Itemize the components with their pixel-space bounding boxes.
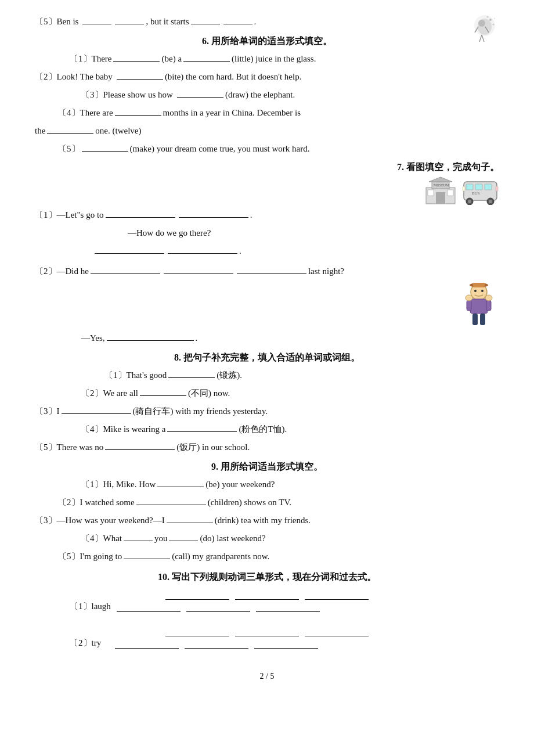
blank-field[interactable] (168, 368, 215, 378)
column-header-blank (165, 589, 229, 600)
section9-item5: 〔5〕I'm going to (call) my grandparents n… (35, 549, 499, 564)
section7-item1-blanks: . (35, 243, 499, 259)
table-header-row2 (35, 626, 499, 636)
blank-field[interactable] (256, 602, 320, 612)
section9-item4: 〔4〕What you (do) last weekend? (35, 531, 499, 546)
section8-item2: 〔2〕We are all (不同) now. (35, 386, 499, 401)
blank-field[interactable] (62, 404, 131, 414)
bus-icon: BUS (461, 176, 499, 205)
svg-rect-21 (485, 184, 492, 190)
end-text: . (254, 14, 257, 30)
decoration-icon (453, 14, 499, 60)
section10-item1: 〔1〕laugh (35, 601, 499, 612)
blank-field[interactable] (117, 602, 181, 612)
blank-field[interactable] (223, 14, 252, 24)
blank-field[interactable] (136, 495, 206, 505)
blank-field[interactable] (164, 264, 233, 274)
svg-point-8 (493, 24, 495, 26)
svg-point-7 (489, 19, 492, 21)
svg-point-35 (474, 290, 477, 292)
blank-field[interactable] (107, 330, 194, 341)
blank-field[interactable] (82, 141, 128, 152)
section7-boy-image (35, 282, 499, 328)
section7-item2: 〔2〕—Did he last night? (35, 264, 499, 279)
svg-point-23 (468, 200, 471, 203)
blank-field[interactable] (183, 51, 230, 62)
blank-field[interactable] (115, 105, 161, 116)
svg-point-10 (494, 18, 495, 19)
section9-item1: 〔1〕Hi, Mike. How (be) your weekend? (35, 477, 499, 492)
svg-rect-40 (480, 314, 485, 325)
blank-field[interactable] (237, 264, 306, 274)
svg-rect-38 (473, 283, 485, 287)
blank-field[interactable] (167, 513, 213, 523)
section10-item2: 〔2〕try (35, 638, 499, 649)
svg-rect-20 (475, 184, 482, 190)
blank-field[interactable] (91, 264, 160, 274)
section9-item2: 〔2〕I watched some (children) shows on TV… (35, 495, 499, 510)
svg-point-36 (481, 290, 484, 292)
item-num: 〔5〕Ben is (35, 14, 78, 30)
svg-point-2 (478, 20, 485, 27)
blank-field[interactable] (167, 422, 237, 432)
blank-field[interactable] (168, 243, 237, 254)
svg-marker-13 (429, 177, 452, 182)
blank-field[interactable] (177, 87, 223, 98)
blank-field[interactable] (124, 531, 153, 541)
section8-title: 8. 把句子补充完整，填入合适的单词或词组。 (35, 352, 499, 364)
section6-item3: 〔3〕Please show us how (draw) the elephan… (35, 87, 499, 103)
boy-icon (459, 282, 499, 328)
svg-rect-16 (448, 190, 453, 196)
blank-field[interactable] (105, 440, 175, 450)
svg-rect-32 (486, 300, 491, 311)
column-header-blank (165, 626, 229, 636)
blank-field[interactable] (115, 14, 144, 24)
svg-rect-15 (428, 190, 434, 196)
blank-field[interactable] (47, 123, 93, 134)
section7-item1-response: —How do we go there? (35, 225, 499, 241)
blank-field[interactable] (95, 243, 164, 254)
blank-field[interactable] (106, 207, 175, 218)
blank-field[interactable] (82, 14, 111, 24)
svg-rect-19 (466, 184, 473, 190)
building-icon: MUSEUM (423, 176, 458, 205)
svg-rect-31 (467, 300, 471, 311)
blank-field[interactable] (115, 638, 179, 649)
section7-item1: 〔1〕—Let"s go to . (35, 207, 499, 223)
section7-images: MUSEUM BUS (35, 176, 499, 205)
blank-field[interactable] (254, 638, 318, 649)
section7-item2-response: —Yes, . (35, 330, 499, 346)
blank-field[interactable] (179, 207, 248, 218)
section8-item4: 〔4〕Mike is wearing a (粉色的T恤). (35, 422, 499, 437)
blank-field[interactable] (186, 602, 250, 612)
svg-rect-26 (463, 186, 465, 191)
svg-point-33 (466, 295, 472, 301)
page-number: 2 / 5 (35, 672, 499, 681)
svg-point-9 (487, 16, 489, 18)
section9-title: 9. 用所给词适当形式填空。 (35, 461, 499, 473)
blank-field[interactable] (113, 51, 160, 62)
svg-line-5 (479, 35, 482, 42)
blank-field[interactable] (185, 638, 248, 649)
section10-table: 〔1〕laugh 〔2〕try (35, 589, 499, 649)
blank-field[interactable] (140, 386, 186, 396)
svg-rect-39 (472, 314, 478, 325)
section6-item4: 〔4〕There are months in a year in China. … (35, 105, 499, 121)
column-header-blank (235, 626, 299, 636)
blank-field[interactable] (169, 531, 198, 541)
svg-rect-27 (496, 186, 498, 191)
section6-title: 6. 用所给单词的适当形式填空。 (35, 35, 499, 48)
section5-item5: 〔5〕Ben is , but it starts . (35, 14, 499, 30)
blank-field[interactable] (117, 69, 163, 80)
connector-text: , but it starts (146, 14, 189, 30)
svg-rect-30 (470, 299, 488, 314)
table-header-row (35, 589, 499, 600)
blank-field[interactable] (124, 549, 170, 559)
section8-item5: 〔5〕There was no (饭厅) in our school. (35, 440, 499, 455)
section7-title: 7. 看图填空，完成句子。 (397, 162, 499, 172)
section9-item3: 〔3〕—How was your weekend?—I (drink) tea … (35, 513, 499, 528)
blank-field[interactable] (157, 477, 204, 487)
section6-item1: 〔1〕There (be) a (little) juice in the gl… (35, 51, 499, 67)
blank-field[interactable] (191, 14, 220, 24)
column-header-blank (235, 589, 299, 600)
